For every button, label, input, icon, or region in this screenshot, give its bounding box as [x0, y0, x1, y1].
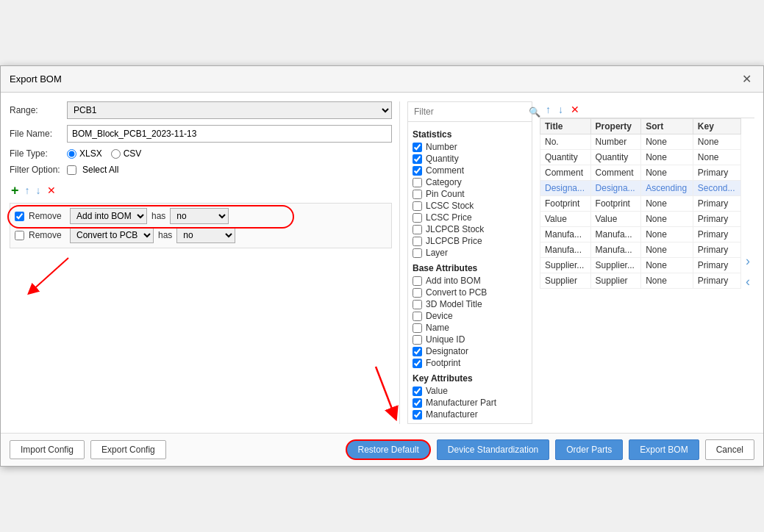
cell-sort: None [641, 212, 693, 227]
expand-right-button[interactable]: › [744, 254, 751, 267]
right-down-button[interactable]: ↓ [557, 104, 565, 115]
checkbox-pincount[interactable] [413, 190, 422, 199]
table-row[interactable]: Comment Comment None Primary [540, 165, 741, 181]
cell-title: Comment [540, 165, 591, 181]
add-filter-button[interactable]: + [10, 184, 21, 197]
table-row[interactable]: Footprint Footprint None Primary [540, 196, 741, 212]
col-key: Key [693, 119, 740, 134]
table-row-designator[interactable]: Designa... Designa... Ascending Second..… [540, 181, 741, 196]
checkbox-lcscprice[interactable] [413, 213, 422, 223]
import-config-button[interactable]: Import Config [10, 440, 85, 459]
restore-default-button[interactable]: Restore Default [346, 439, 430, 460]
cell-title: Supplier [540, 273, 591, 289]
device-standardization-button[interactable]: Device Standardization [437, 439, 549, 460]
label-lcscstock: LCSC Stock [426, 201, 474, 211]
cell-property: Manufa... [590, 227, 641, 242]
xlsx-radio-label[interactable]: XLSX [67, 148, 102, 159]
search-icon[interactable]: 🔍 [529, 107, 540, 118]
right-remove-button[interactable]: ✕ [569, 104, 581, 115]
cell-property: Value [590, 212, 641, 227]
close-button[interactable]: ✕ [739, 72, 754, 86]
cell-sort: None [641, 242, 693, 258]
cell-property: Supplier [590, 273, 641, 289]
table-row[interactable]: Quantity Quantity None None [540, 150, 741, 165]
cell-key: None [693, 150, 740, 165]
cancel-button[interactable]: Cancel [705, 439, 754, 460]
checkbox-category[interactable] [413, 178, 422, 187]
filter-search-input[interactable] [413, 105, 526, 118]
filetype-label: File Type: [10, 148, 61, 159]
checkbox-value[interactable] [413, 387, 422, 396]
checklist-manufacturerpart: Manufacturer Part [413, 397, 527, 409]
table-row[interactable]: Supplier... Supplier... None Primary [540, 258, 741, 273]
checkbox-jlcpcbstock[interactable] [413, 225, 422, 234]
cell-key: Primary [693, 273, 740, 289]
csv-radio[interactable] [111, 149, 121, 159]
filter-row-1-value[interactable]: no [170, 208, 229, 224]
checkbox-designator[interactable] [413, 347, 422, 356]
checkbox-converttopcb[interactable] [413, 288, 422, 298]
export-bom-dialog: Export BOM ✕ Range: PCB1 File Name: File… [0, 65, 764, 467]
filter-row-1-has: has [151, 211, 165, 221]
cell-title: Supplier... [540, 258, 591, 273]
select-all-label: Select All [82, 165, 118, 175]
table-row[interactable]: Manufa... Manufa... None Primary [540, 242, 741, 258]
table-row[interactable]: Value Value None Primary [540, 212, 741, 227]
checklist-scroll: Statistics Number Quantity Comment Categ… [408, 122, 532, 423]
checklist-jlcpcbprice: JLCPCB Price [413, 235, 527, 247]
middle-panel: 🔍 Statistics Number Quantity Comment [407, 101, 532, 424]
cell-sort: None [641, 258, 693, 273]
filter-row-2-checkbox[interactable] [15, 231, 24, 240]
checkbox-layer[interactable] [413, 248, 422, 258]
checkbox-quantity[interactable] [413, 154, 422, 164]
cell-key: Second... [693, 181, 740, 196]
export-config-button[interactable]: Export Config [90, 440, 166, 459]
filter-row-1-attribute[interactable]: Add into BOM [70, 208, 147, 224]
filetype-radio-group: XLSX CSV [67, 148, 141, 159]
filter-remove-button[interactable]: ✕ [46, 185, 57, 195]
cell-key: Primary [693, 196, 740, 212]
checkbox-manufacturerpart[interactable] [413, 398, 422, 408]
cell-sort: None [641, 134, 693, 150]
csv-radio-label[interactable]: CSV [111, 148, 142, 159]
right-up-button[interactable]: ↑ [544, 104, 552, 115]
filter-down-button[interactable]: ↓ [35, 185, 43, 195]
cell-title: Footprint [540, 196, 591, 212]
range-select[interactable]: PCB1 [67, 101, 392, 119]
checkbox-comment[interactable] [413, 166, 422, 176]
checkbox-3dmodeltitle[interactable] [413, 300, 422, 309]
filter-row-2-remove: Remove [29, 230, 65, 240]
filter-option-label: Filter Option: [10, 165, 61, 175]
col-property: Property [590, 119, 641, 134]
checkbox-device[interactable] [413, 312, 422, 321]
export-bom-button[interactable]: Export BOM [629, 439, 699, 460]
label-designator: Designator [426, 346, 468, 356]
collapse-left-button[interactable]: ‹ [744, 275, 751, 288]
checkbox-lcscstock[interactable] [413, 201, 422, 211]
checkbox-addintobom[interactable] [413, 276, 422, 286]
label-jlcpcbprice: JLCPCB Price [426, 236, 482, 246]
filter-row-1-checkbox[interactable] [15, 212, 24, 221]
checklist-device: Device [413, 310, 527, 322]
filename-input[interactable] [67, 125, 392, 143]
filter-row-2-attribute[interactable]: Convert to PCB [70, 227, 154, 243]
checklist-quantity: Quantity [413, 153, 527, 165]
checkbox-jlcpcbprice[interactable] [413, 237, 422, 246]
cell-sort: None [641, 196, 693, 212]
order-parts-button[interactable]: Order Parts [555, 439, 623, 460]
footer-right: Restore Default Device Standardization O… [346, 439, 754, 460]
filter-up-button[interactable]: ↑ [24, 185, 32, 195]
xlsx-radio[interactable] [67, 149, 76, 159]
checkbox-number[interactable] [413, 143, 422, 152]
select-all-checkbox[interactable] [67, 165, 76, 175]
label-device: Device [426, 311, 453, 321]
checkbox-footprint[interactable] [413, 359, 422, 368]
checkbox-manufacturer[interactable] [413, 410, 422, 420]
checkbox-uniqueid[interactable] [413, 335, 422, 345]
dialog-title: Export BOM [10, 73, 62, 85]
table-row[interactable]: No. Number None None [540, 134, 741, 150]
table-row[interactable]: Manufa... Manufa... None Primary [540, 227, 741, 242]
filter-row-2-value[interactable]: no [176, 227, 235, 243]
table-row[interactable]: Supplier Supplier None Primary [540, 273, 741, 289]
checkbox-name[interactable] [413, 323, 422, 333]
